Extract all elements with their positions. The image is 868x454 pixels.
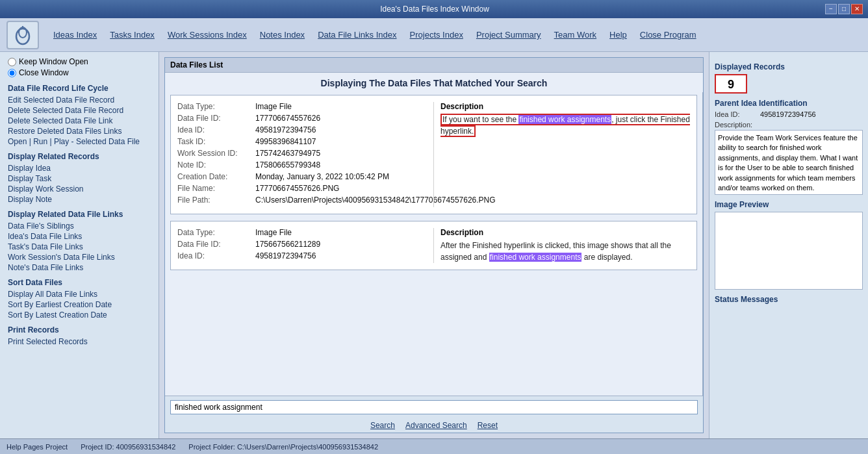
delete-data-file-link[interactable]: Delete Selected Data File Record bbox=[8, 105, 151, 116]
idea-id-label-1: Idea ID: bbox=[177, 125, 255, 134]
data-file-id-label-1: Data File ID: bbox=[177, 114, 255, 123]
work-session-id-label-1: Work Session ID: bbox=[177, 149, 255, 158]
record-description-2: Description After the Finished hyperlink… bbox=[433, 228, 690, 263]
search-input-row bbox=[165, 396, 703, 418]
description-label: Description: bbox=[715, 121, 863, 129]
status-project-id: Project ID: 400956931534842 bbox=[81, 443, 175, 451]
window-behavior-group: Keep Window Open Close Window bbox=[8, 57, 151, 77]
notes-data-file-links-link[interactable]: Note's Data File Links bbox=[8, 262, 151, 273]
open-run-play-link[interactable]: Open | Run | Play - Selected Data File bbox=[8, 136, 151, 147]
restore-deleted-link[interactable]: Restore Deleted Data Files Links bbox=[8, 126, 151, 136]
note-id-label-1: Note ID: bbox=[177, 160, 255, 170]
record-card-1[interactable]: Data Type: Image File Data File ID: 1777… bbox=[170, 95, 697, 214]
record-fields-1: Data Type: Image File Data File ID: 1777… bbox=[177, 102, 427, 207]
edit-data-file-link[interactable]: Edit Selected Data File Record bbox=[8, 95, 151, 105]
section-data-file-links: Display Related Data File Links bbox=[8, 210, 151, 219]
section-display-related: Display Related Records bbox=[8, 152, 151, 161]
displayed-records-count: 9 bbox=[715, 74, 747, 94]
image-preview-title: Image Preview bbox=[715, 200, 863, 209]
menu-team-work[interactable]: Team Work bbox=[548, 27, 604, 42]
close-window-radio[interactable]: Close Window bbox=[8, 68, 151, 77]
image-preview-box bbox=[715, 212, 863, 290]
data-file-id-row-1: Data File ID: 177706674557626 bbox=[177, 114, 427, 123]
menu-bar: Ideas Index Tasks Index Work Sessions In… bbox=[0, 18, 868, 52]
menu-items: Ideas Index Tasks Index Work Sessions In… bbox=[47, 27, 703, 42]
data-file-siblings-link[interactable]: Data File's Siblings bbox=[8, 221, 151, 231]
data-type-label-1: Data Type: bbox=[177, 102, 255, 111]
records-scroll-area[interactable]: Data Type: Image File Data File ID: 1777… bbox=[165, 92, 703, 396]
task-id-row-1: Task ID: 49958396841107 bbox=[177, 137, 427, 146]
data-type-row-2: Data Type: Image File bbox=[177, 228, 427, 237]
record-fields-2: Data Type: Image File Data File ID: 1756… bbox=[177, 228, 427, 263]
desc-text-1: If you want to see the finished work ass… bbox=[440, 114, 690, 137]
note-id-value-1: 175806655799348 bbox=[255, 160, 320, 170]
search-input[interactable] bbox=[170, 400, 698, 414]
desc-header-2: Description bbox=[440, 228, 690, 237]
section-print: Print Records bbox=[8, 325, 151, 334]
idea-id-right-row: Idea ID: 49581972394756 bbox=[715, 110, 863, 118]
note-id-row-1: Note ID: 175806655799348 bbox=[177, 160, 427, 170]
idea-id-right-value: 49581972394756 bbox=[760, 110, 816, 118]
panel-header: Data Files List bbox=[165, 58, 703, 73]
menu-notes-index[interactable]: Notes Index bbox=[253, 27, 311, 42]
main-layout: Keep Window Open Close Window Data File … bbox=[0, 52, 868, 438]
highlight-text-2: finished work assignments bbox=[489, 253, 582, 262]
sidebar: Keep Window Open Close Window Data File … bbox=[0, 52, 159, 438]
menu-work-sessions-index[interactable]: Work Sessions Index bbox=[161, 27, 253, 42]
advanced-search-button[interactable]: Advanced Search bbox=[405, 421, 467, 430]
work-session-id-row-1: Work Session ID: 175742463794975 bbox=[177, 149, 427, 158]
display-task-link[interactable]: Display Task bbox=[8, 173, 151, 184]
menu-projects-index[interactable]: Projects Index bbox=[403, 27, 470, 42]
menu-project-summary[interactable]: Project Summary bbox=[470, 27, 548, 42]
sort-earliest-link[interactable]: Sort By Earliest Creation Date bbox=[8, 299, 151, 310]
menu-close-program[interactable]: Close Program bbox=[633, 27, 703, 42]
desc-text-after-2: are displayed. bbox=[581, 253, 632, 262]
panel-center-title: Displaying The Data Files That Matched Y… bbox=[165, 73, 703, 92]
close-window-radio-input[interactable] bbox=[8, 69, 16, 77]
file-name-row-1: File Name: 177706674557626.PNG bbox=[177, 184, 427, 193]
menu-data-file-links-index[interactable]: Data File Links Index bbox=[311, 27, 403, 42]
record-card-2[interactable]: Data Type: Image File Data File ID: 1756… bbox=[170, 221, 697, 270]
record-description-1: Description If you want to see the finis… bbox=[433, 102, 690, 207]
menu-ideas-index[interactable]: Ideas Index bbox=[47, 27, 103, 42]
highlight-text-1: finished work assignments bbox=[518, 115, 611, 124]
data-type-value-2: Image File bbox=[255, 228, 292, 237]
desc-text-2: After the Finished hyperlink is clicked,… bbox=[440, 240, 690, 263]
display-idea-link[interactable]: Display Idea bbox=[8, 163, 151, 173]
display-all-link[interactable]: Display All Data File Links bbox=[8, 289, 151, 299]
close-window-button[interactable]: ✕ bbox=[851, 4, 863, 14]
creation-date-row-1: Creation Date: Monday, January 3, 2022 1… bbox=[177, 172, 427, 181]
search-button[interactable]: Search bbox=[370, 421, 395, 430]
display-work-session-link[interactable]: Display Work Session bbox=[8, 184, 151, 194]
right-description-text: Provide the Team Work Services feature t… bbox=[715, 130, 863, 195]
title-bar: Idea's Data Files Index Window − □ ✕ bbox=[0, 0, 868, 18]
keep-window-radio-input[interactable] bbox=[8, 58, 16, 66]
status-project-folder: Project Folder: C:\Users\Darren\Projects… bbox=[188, 443, 378, 451]
status-bar: Help Pages Project Project ID: 400956931… bbox=[0, 438, 868, 454]
section-sort: Sort Data Files bbox=[8, 278, 151, 287]
ideas-data-file-links-link[interactable]: Idea's Data File Links bbox=[8, 231, 151, 242]
print-selected-link[interactable]: Print Selected Records bbox=[8, 336, 151, 347]
idea-id-row-1: Idea ID: 49581972394756 bbox=[177, 125, 427, 134]
delete-data-file-link-item[interactable]: Delete Selected Data File Link bbox=[8, 116, 151, 126]
logo-icon bbox=[11, 23, 34, 47]
menu-help[interactable]: Help bbox=[603, 27, 633, 42]
parent-idea-title: Parent Idea Identification bbox=[715, 99, 863, 108]
section-life-cycle: Data File Record Life Cycle bbox=[8, 84, 151, 93]
work-sessions-data-file-links-link[interactable]: Work Session's Data File Links bbox=[8, 252, 151, 262]
app-logo bbox=[6, 21, 39, 49]
menu-tasks-index[interactable]: Tasks Index bbox=[103, 27, 161, 42]
status-messages-title: Status Messages bbox=[715, 295, 863, 304]
sort-latest-link[interactable]: Sort By Latest Creation Date bbox=[8, 310, 151, 320]
keep-window-open-radio[interactable]: Keep Window Open bbox=[8, 57, 151, 66]
data-type-value-1: Image File bbox=[255, 102, 292, 111]
content-area: Data Files List Displaying The Data File… bbox=[159, 52, 709, 438]
svg-point-0 bbox=[16, 29, 29, 44]
data-file-id-value-2: 175667566211289 bbox=[255, 240, 320, 249]
minimize-button[interactable]: − bbox=[825, 4, 837, 14]
reset-button[interactable]: Reset bbox=[478, 421, 498, 430]
maximize-button[interactable]: □ bbox=[838, 4, 850, 14]
display-note-link[interactable]: Display Note bbox=[8, 194, 151, 205]
displayed-records-title: Displayed Records bbox=[715, 62, 863, 71]
tasks-data-file-links-link[interactable]: Task's Data File Links bbox=[8, 242, 151, 252]
